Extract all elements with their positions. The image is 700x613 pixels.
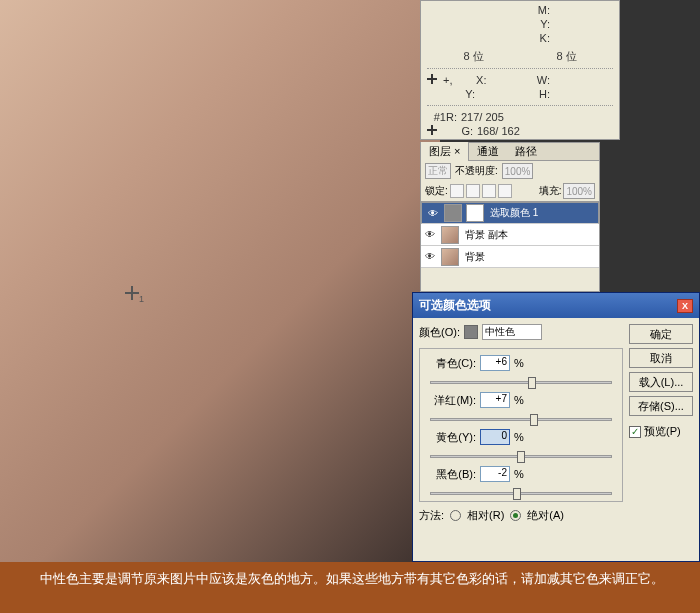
- opacity-value[interactable]: 100%: [502, 163, 534, 179]
- cyan-input[interactable]: +6: [480, 355, 510, 371]
- ok-button[interactable]: 确定: [629, 324, 693, 344]
- visibility-icon[interactable]: 👁: [424, 208, 442, 219]
- relative-radio[interactable]: [450, 510, 461, 521]
- lock-position-icon[interactable]: [482, 184, 496, 198]
- visibility-icon[interactable]: 👁: [421, 229, 439, 240]
- layer-name: 背景: [461, 250, 485, 264]
- k-label: K:: [520, 32, 550, 44]
- save-button[interactable]: 存储(S)...: [629, 396, 693, 416]
- blend-mode-select[interactable]: 正常: [425, 163, 451, 179]
- mask-thumb[interactable]: [466, 204, 484, 222]
- layer-name: 背景 副本: [461, 228, 508, 242]
- info-panel: M: Y: K: 8 位 8 位 +,X: Y: W: H: #1R:217/ …: [420, 0, 620, 140]
- opacity-label: 不透明度:: [455, 164, 498, 178]
- tutorial-caption: 中性色主要是调节原来图片中应该是灰色的地方。如果这些地方带有其它色彩的话，请加减…: [0, 562, 700, 613]
- neutral-swatch-icon: [464, 325, 478, 339]
- lock-pixels-icon[interactable]: [466, 184, 480, 198]
- slider-thumb-icon[interactable]: [513, 488, 521, 500]
- yellow-input[interactable]: 0: [480, 429, 510, 445]
- fill-label: 填充:: [539, 184, 562, 198]
- crosshair-icon: [427, 74, 437, 84]
- relative-label: 相对(R): [467, 508, 504, 523]
- layers-panel: 图层 × 通道 路径 正常 不透明度: 100% 锁定: 填充: 100% 👁 …: [420, 142, 600, 292]
- slider-row-black: 黑色(B): -2 %: [426, 466, 616, 482]
- tab-layers[interactable]: 图层 ×: [421, 142, 469, 161]
- preview-checkbox[interactable]: ✓: [629, 426, 641, 438]
- magenta-slider[interactable]: [430, 418, 612, 421]
- slider-thumb-icon[interactable]: [530, 414, 538, 426]
- black-label: 黑色(B):: [426, 467, 476, 482]
- plus-label: +,: [443, 74, 452, 86]
- m-label: M:: [520, 4, 550, 16]
- layer-name: 选取颜色 1: [486, 206, 538, 220]
- layer-thumb[interactable]: [441, 248, 459, 266]
- layer-row[interactable]: 👁 背景 副本: [421, 224, 599, 246]
- tab-paths[interactable]: 路径: [507, 142, 545, 161]
- selective-color-dialog: 可选颜色选项 X 颜色(O): 中性色 青色(C): +6 % 洋红(M): +…: [412, 292, 700, 562]
- pct: %: [514, 394, 526, 406]
- visibility-icon[interactable]: 👁: [421, 251, 439, 262]
- document-canvas[interactable]: 1: [0, 0, 440, 562]
- yellow-label: 黄色(Y):: [426, 430, 476, 445]
- colors-select[interactable]: 中性色: [482, 324, 542, 340]
- w-label: W:: [520, 74, 550, 86]
- bits-right: 8 位: [520, 49, 613, 64]
- absolute-radio[interactable]: [510, 510, 521, 521]
- panel-tabs: 图层 × 通道 路径: [421, 143, 599, 161]
- cyan-slider[interactable]: [430, 381, 612, 384]
- lock-transparency-icon[interactable]: [450, 184, 464, 198]
- layer-list: 👁 选取颜色 1 👁 背景 副本 👁 背景: [421, 201, 599, 268]
- preview-label: 预览(P): [644, 424, 681, 439]
- sampler-index: 1: [139, 294, 144, 304]
- layer-row[interactable]: 👁 选取颜色 1: [421, 202, 599, 224]
- yellow-slider[interactable]: [430, 455, 612, 458]
- tab-channels[interactable]: 通道: [469, 142, 507, 161]
- bits-left: 8 位: [427, 49, 520, 64]
- cancel-button[interactable]: 取消: [629, 348, 693, 368]
- slider-row-magenta: 洋红(M): +7 %: [426, 392, 616, 408]
- pct: %: [514, 431, 526, 443]
- y-label: Y:: [520, 18, 550, 30]
- method-label: 方法:: [419, 508, 444, 523]
- slider-thumb-icon[interactable]: [528, 377, 536, 389]
- dialog-title: 可选颜色选项: [419, 297, 491, 314]
- slider-row-cyan: 青色(C): +6 %: [426, 355, 616, 371]
- slider-group: 青色(C): +6 % 洋红(M): +7 % 黄色(Y): 0 %: [419, 348, 623, 502]
- layer-thumb[interactable]: [441, 226, 459, 244]
- h-label: H:: [520, 88, 550, 100]
- x-label: X:: [456, 74, 486, 86]
- black-input[interactable]: -2: [480, 466, 510, 482]
- adjustment-thumb[interactable]: [444, 204, 462, 222]
- lock-all-icon[interactable]: [498, 184, 512, 198]
- s2-value: 168/ 162: [477, 125, 520, 137]
- y2-label: Y:: [445, 88, 475, 100]
- s1-label: #1R:: [427, 111, 457, 123]
- color-sampler-marker[interactable]: [125, 286, 139, 300]
- absolute-label: 绝对(A): [527, 508, 564, 523]
- layer-row[interactable]: 👁 背景: [421, 246, 599, 268]
- dialog-titlebar[interactable]: 可选颜色选项 X: [413, 293, 699, 318]
- cyan-label: 青色(C):: [426, 356, 476, 371]
- magenta-input[interactable]: +7: [480, 392, 510, 408]
- colors-label: 颜色(O):: [419, 325, 460, 340]
- s2-label: G:: [443, 125, 473, 137]
- s1-value: 217/ 205: [461, 111, 504, 123]
- load-button[interactable]: 载入(L)...: [629, 372, 693, 392]
- fill-value[interactable]: 100%: [563, 183, 595, 199]
- slider-row-yellow: 黄色(Y): 0 %: [426, 429, 616, 445]
- close-icon[interactable]: X: [677, 299, 693, 313]
- pct: %: [514, 468, 526, 480]
- magenta-label: 洋红(M):: [426, 393, 476, 408]
- lock-label: 锁定:: [425, 184, 448, 198]
- sampler-icon: [427, 125, 437, 135]
- pct: %: [514, 357, 526, 369]
- black-slider[interactable]: [430, 492, 612, 495]
- slider-thumb-icon[interactable]: [517, 451, 525, 463]
